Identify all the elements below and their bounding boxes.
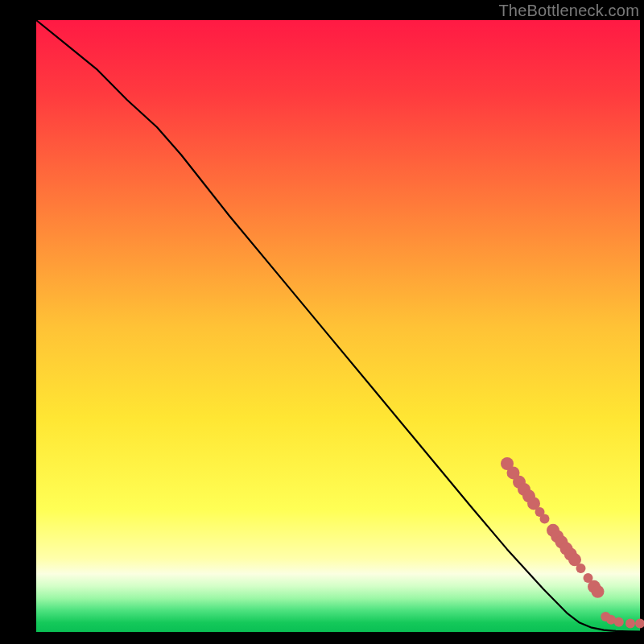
chart-frame: { "attribution": "TheBottleneck.com", "p… — [0, 0, 644, 644]
data-point — [625, 618, 635, 628]
bottleneck-chart — [0, 0, 644, 644]
data-point — [540, 514, 550, 523]
data-point — [576, 564, 586, 573]
svg-rect-0 — [36, 20, 640, 632]
data-point — [614, 617, 624, 627]
data-point — [592, 585, 605, 598]
